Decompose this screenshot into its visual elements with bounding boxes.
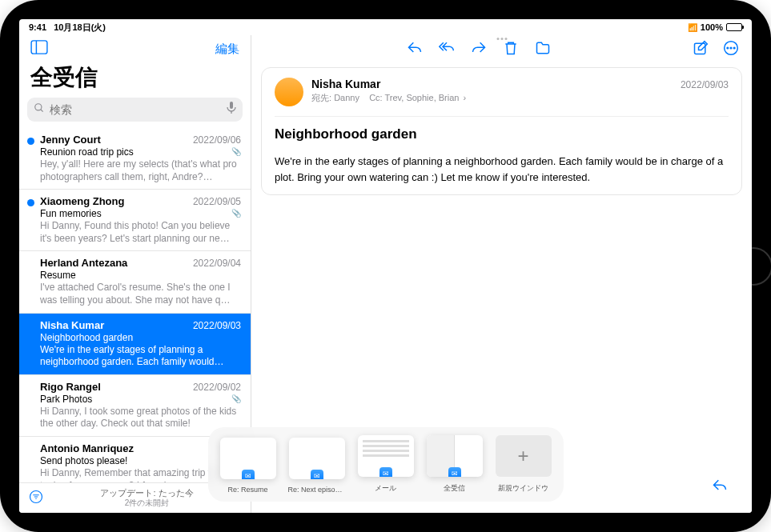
email-preview: Hey, y'all! Here are my selects (that's … bbox=[40, 158, 241, 183]
battery-percent: 100% bbox=[701, 22, 723, 32]
shelf-new-window[interactable]: + 新規ウインドウ bbox=[495, 435, 552, 494]
inbox-title: 全受信 bbox=[19, 61, 251, 98]
email-subject: Resume bbox=[40, 270, 76, 281]
wifi-icon bbox=[688, 22, 697, 32]
mail-badge-icon: ✉ bbox=[311, 470, 323, 479]
attachment-icon: 📎 bbox=[231, 147, 241, 156]
message-recipients[interactable]: 宛先: Danny Cc: Trev, Sophie, Brian › bbox=[311, 92, 729, 104]
status-bar: 9:41 10月18日(火) 100% bbox=[19, 19, 752, 35]
reply-float-button[interactable] bbox=[712, 478, 728, 494]
email-subject: Send photos please! bbox=[40, 455, 127, 466]
shelf-label: メール bbox=[375, 483, 396, 494]
email-preview: Hi Danny, I took some great photos of th… bbox=[40, 406, 241, 430]
edit-button[interactable]: 編集 bbox=[215, 42, 239, 57]
email-item[interactable]: Rigo Rangel 2022/09/02 Park Photos 📎 Hi … bbox=[19, 375, 251, 437]
message-header: Nisha Kumar 2022/09/03 宛先: Danny Cc: Tre… bbox=[275, 78, 729, 106]
move-button[interactable] bbox=[535, 40, 551, 56]
status-left: 9:41 10月18日(火) bbox=[29, 22, 106, 34]
search-icon bbox=[34, 102, 45, 117]
email-preview: I've attached Carol's resume. She's the … bbox=[40, 282, 241, 306]
cc-label: Cc: bbox=[369, 93, 383, 102]
email-subject: Reunion road trip pics bbox=[40, 146, 134, 158]
attachment-icon: 📎 bbox=[231, 209, 241, 218]
svg-point-14 bbox=[733, 47, 735, 49]
shelf-thumb: ✉ bbox=[289, 438, 345, 479]
add-window-icon: + bbox=[496, 435, 552, 477]
email-item[interactable]: Jenny Court 2022/09/06 Reunion road trip… bbox=[19, 128, 251, 190]
screen: 9:41 10月18日(火) 100% 編集 全受信 bbox=[19, 19, 752, 513]
shelf-window-1[interactable]: ✉ Re: Resume bbox=[219, 438, 277, 494]
mic-icon[interactable] bbox=[227, 102, 236, 118]
email-subject: Neighborhood garden bbox=[40, 332, 133, 343]
svg-point-12 bbox=[727, 47, 729, 49]
to-value: Danny bbox=[334, 93, 359, 102]
unread-dot-icon bbox=[27, 199, 34, 206]
email-item[interactable]: Nisha Kumar 2022/09/03 Neighborhood gard… bbox=[19, 314, 251, 375]
shelf-label: 全受信 bbox=[444, 483, 465, 494]
email-sender: Xiaomeng Zhong bbox=[40, 195, 124, 207]
attachment-icon: 📎 bbox=[231, 394, 241, 403]
svg-point-13 bbox=[730, 47, 732, 49]
reply-button[interactable] bbox=[407, 40, 423, 56]
email-sender: Herland Antezana bbox=[40, 257, 127, 269]
unread-dot-icon bbox=[27, 138, 34, 145]
reply-all-button[interactable] bbox=[439, 40, 455, 56]
message-body: We're in the early stages of planning a … bbox=[275, 154, 729, 185]
sender-avatar[interactable] bbox=[275, 78, 303, 106]
trash-button[interactable] bbox=[503, 40, 519, 56]
svg-rect-10 bbox=[695, 43, 705, 54]
email-sender: Nisha Kumar bbox=[40, 319, 104, 331]
email-item[interactable]: Xiaomeng Zhong 2022/09/05 Fun memories 📎… bbox=[19, 190, 251, 251]
search-input[interactable] bbox=[50, 103, 222, 116]
email-preview: We're in the early stages of planning a … bbox=[40, 344, 241, 369]
compose-button[interactable] bbox=[693, 40, 709, 56]
shelf-window-2[interactable]: ✉ Re: Next episode's g… bbox=[288, 438, 346, 494]
status-time: 9:41 bbox=[29, 22, 46, 32]
email-preview: Hi Danny, Found this photo! Can you beli… bbox=[40, 220, 241, 245]
search-bar[interactable] bbox=[27, 98, 243, 122]
recipients-chevron-icon: › bbox=[464, 93, 467, 102]
shelf-thumb: ✉ bbox=[427, 435, 483, 477]
shelf-label: Re: Resume bbox=[227, 486, 267, 494]
detail-toolbar bbox=[251, 35, 752, 61]
email-date: 2022/09/05 bbox=[193, 196, 241, 207]
forward-button[interactable] bbox=[471, 40, 487, 56]
message-from[interactable]: Nisha Kumar bbox=[311, 78, 380, 90]
cc-value: Trev, Sophie, Brian bbox=[385, 93, 460, 102]
sidebar-header: 編集 bbox=[19, 35, 251, 61]
email-date: 2022/09/03 bbox=[193, 320, 241, 331]
email-subject: Fun memories bbox=[40, 208, 102, 219]
ipad-frame: 9:41 10月18日(火) 100% 編集 全受信 bbox=[0, 0, 771, 532]
shelf-thumb: ✉ bbox=[220, 438, 276, 479]
email-date: 2022/09/02 bbox=[193, 382, 241, 393]
mail-badge-icon: ✉ bbox=[242, 470, 255, 479]
more-button[interactable] bbox=[723, 40, 739, 56]
message-card: Nisha Kumar 2022/09/03 宛先: Danny Cc: Tre… bbox=[261, 67, 742, 195]
sidebar-toggle-button[interactable] bbox=[30, 40, 48, 58]
svg-rect-0 bbox=[31, 41, 47, 54]
shelf-label: 新規ウインドウ bbox=[498, 483, 548, 494]
mail-badge-icon: ✉ bbox=[448, 467, 461, 477]
email-item[interactable]: Herland Antezana 2022/09/04 Resume I've … bbox=[19, 251, 251, 313]
email-date: 2022/09/04 bbox=[193, 258, 241, 269]
status-date: 10月18日(火) bbox=[54, 22, 106, 32]
shelf-window-4[interactable]: ✉ 全受信 bbox=[426, 435, 484, 494]
svg-rect-4 bbox=[230, 102, 233, 109]
filter-icon[interactable] bbox=[29, 490, 43, 506]
email-sender: Jenny Court bbox=[40, 134, 101, 146]
email-subject: Park Photos bbox=[40, 394, 92, 405]
to-label: 宛先: bbox=[311, 93, 331, 102]
app-shelf[interactable]: ✉ Re: Resume ✉ Re: Next episode's g… ✉ メ… bbox=[208, 427, 564, 502]
email-sender: Antonio Manriquez bbox=[40, 442, 134, 454]
window-grabber[interactable] bbox=[496, 38, 507, 40]
shelf-label: Re: Next episode's g… bbox=[288, 486, 346, 494]
svg-line-3 bbox=[41, 110, 43, 112]
battery-icon bbox=[726, 23, 742, 31]
status-right: 100% bbox=[688, 22, 742, 32]
mail-badge-icon: ✉ bbox=[379, 467, 392, 477]
shelf-window-3[interactable]: ✉ メール bbox=[357, 435, 415, 494]
shelf-thumb: ✉ bbox=[358, 435, 414, 477]
footer-line2: 2件の未開封 bbox=[53, 498, 241, 508]
divider bbox=[275, 116, 729, 117]
email-sender: Rigo Rangel bbox=[40, 381, 101, 393]
